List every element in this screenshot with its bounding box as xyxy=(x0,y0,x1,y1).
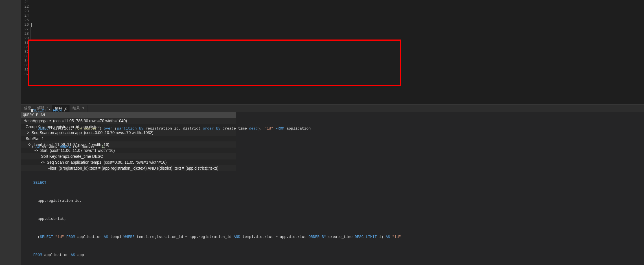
row-selector-icon[interactable]: ▶ xyxy=(43,119,45,122)
line-number: 29 xyxy=(21,36,30,41)
code-content[interactable]: SELECT * FROM ( SELECT district, row_num… xyxy=(30,0,644,104)
line-number: 35 xyxy=(21,63,30,68)
line-number: 21 xyxy=(21,0,30,5)
activity-bar xyxy=(0,0,21,265)
whitespace-marker-icon xyxy=(31,109,33,112)
line-number: 25 xyxy=(21,18,30,23)
code-line-31: SELECT xyxy=(31,181,644,185)
line-number: 26 xyxy=(21,23,30,27)
line-number: 31 xyxy=(21,45,30,50)
code-line-34: (SELECT "id" FROM application AS temp1 W… xyxy=(31,235,644,239)
code-line-35: FROM application AS app xyxy=(31,253,644,257)
line-number: 33 xyxy=(21,54,30,59)
line-number: 34 xyxy=(21,59,30,63)
line-number: 36 xyxy=(21,68,30,72)
code-line-32: app.registration_id, xyxy=(31,199,644,203)
line-number: 32 xyxy=(21,50,30,54)
line-number: 28 xyxy=(21,32,30,36)
line-number: 37 xyxy=(21,72,30,77)
line-number: 22 xyxy=(21,5,30,9)
code-line-33: app.district, xyxy=(31,217,644,221)
line-number: 27 xyxy=(21,27,30,32)
line-number: 30 xyxy=(21,41,30,45)
code-editor[interactable]: 21 22 23 24 25 26 27 28 29 30 31 32 33 3… xyxy=(21,0,644,104)
line-number: 23 xyxy=(21,9,30,14)
code-line-28: SELECT district, row_number() over (part… xyxy=(31,126,644,131)
code-line-29: ) AS de_dump WHERE row_number = 1; xyxy=(31,144,644,149)
code-line-27: SELECT * FROM ( xyxy=(31,108,644,113)
text-cursor xyxy=(31,23,32,27)
line-gutter: 21 22 23 24 25 26 27 28 29 30 31 32 33 3… xyxy=(21,0,30,104)
line-number: 24 xyxy=(21,14,30,18)
